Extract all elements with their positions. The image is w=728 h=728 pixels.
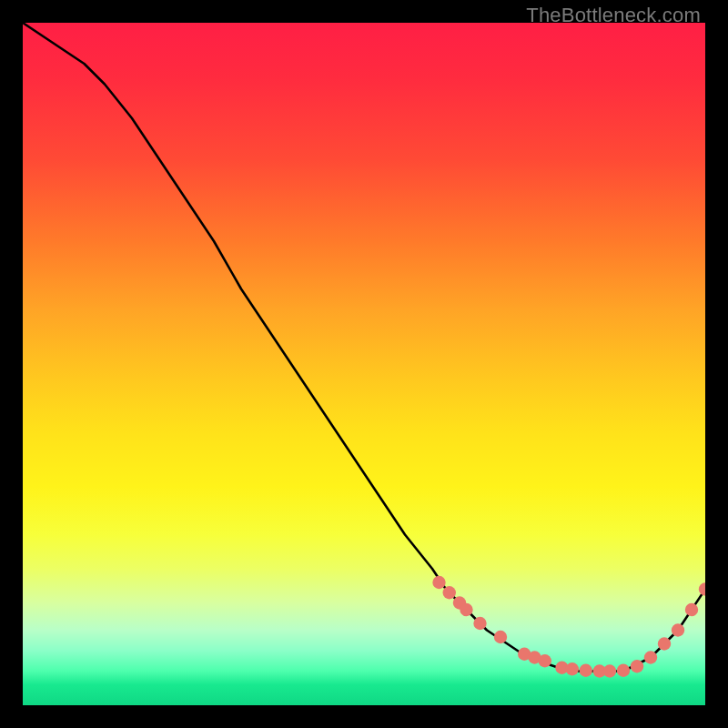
marker-point bbox=[672, 623, 684, 636]
marker-point bbox=[644, 651, 657, 663]
marker-point bbox=[566, 662, 579, 675]
marker-point bbox=[658, 637, 671, 650]
marker-point bbox=[617, 664, 630, 677]
plot-area bbox=[23, 23, 705, 705]
chart-frame: TheBottleneck.com bbox=[0, 0, 728, 728]
marker-point bbox=[685, 603, 698, 616]
marker-point bbox=[460, 603, 472, 616]
curve-line bbox=[23, 23, 705, 672]
marker-point bbox=[699, 582, 705, 595]
marker-point bbox=[539, 654, 551, 667]
marker-group bbox=[432, 576, 705, 678]
marker-point bbox=[580, 664, 592, 677]
marker-point bbox=[603, 664, 616, 677]
chart-svg bbox=[23, 23, 705, 705]
marker-point bbox=[473, 617, 486, 630]
marker-point bbox=[631, 660, 643, 672]
marker-point bbox=[432, 576, 445, 589]
marker-point bbox=[494, 631, 507, 643]
marker-point bbox=[443, 586, 456, 599]
